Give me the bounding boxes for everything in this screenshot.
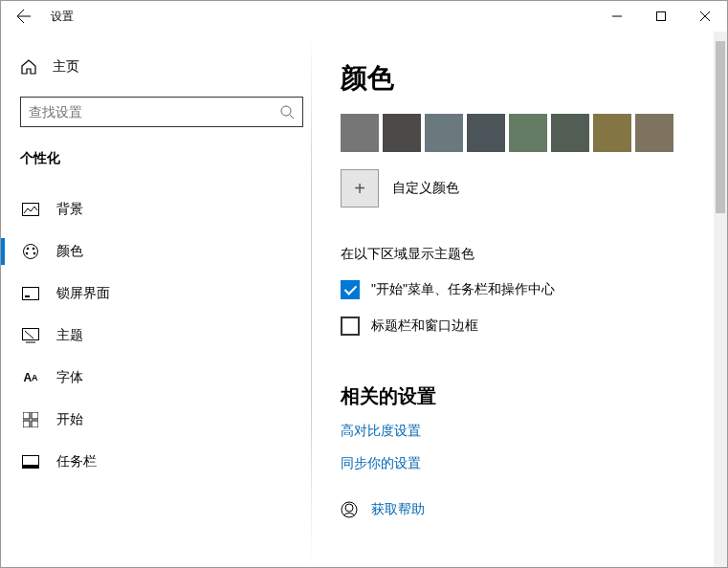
svg-point-6 <box>33 252 36 255</box>
svg-rect-14 <box>32 421 38 427</box>
color-swatches <box>341 114 698 152</box>
color-swatch-1[interactable] <box>383 114 421 152</box>
svg-point-4 <box>27 248 30 251</box>
nav-label: 主题 <box>56 327 83 344</box>
link-high-contrast[interactable]: 高对比度设置 <box>341 423 698 440</box>
search-icon <box>279 104 295 120</box>
custom-color-button[interactable]: + 自定义颜色 <box>341 169 698 208</box>
close-icon <box>700 11 710 21</box>
sidebar-item-fonts[interactable]: AA 字体 <box>20 357 312 399</box>
lockscreen-icon <box>22 287 39 300</box>
maximize-button[interactable] <box>639 1 683 32</box>
sidebar-item-background[interactable]: 背景 <box>20 188 312 230</box>
color-swatch-0[interactable] <box>341 114 379 152</box>
color-swatch-3[interactable] <box>467 114 505 152</box>
nav-label: 任务栏 <box>56 453 97 470</box>
color-swatch-5[interactable] <box>551 114 589 152</box>
sidebar-item-colors[interactable]: 颜色 <box>20 230 312 273</box>
maximize-icon <box>656 11 666 21</box>
sidebar-item-taskbar[interactable]: 任务栏 <box>20 441 312 483</box>
themes-icon <box>22 328 39 343</box>
search-input[interactable] <box>29 104 279 120</box>
titlebar: 设置 <box>1 1 727 32</box>
checkbox-label: 标题栏和窗口边框 <box>371 317 478 335</box>
font-icon: AA <box>22 369 39 386</box>
svg-point-3 <box>24 245 38 259</box>
minimize-icon <box>612 11 622 21</box>
nav-label: 字体 <box>56 369 83 386</box>
scrollbar-thumb[interactable] <box>716 41 725 213</box>
plus-icon: + <box>341 169 379 208</box>
help-icon <box>341 501 358 518</box>
svg-point-7 <box>26 252 29 255</box>
home-link[interactable]: 主页 <box>20 51 312 83</box>
link-sync-settings[interactable]: 同步你的设置 <box>341 455 698 472</box>
picture-icon <box>22 203 39 216</box>
related-settings-heading: 相关的设置 <box>341 383 698 409</box>
svg-point-5 <box>33 248 35 251</box>
window-controls <box>595 1 727 32</box>
palette-icon <box>22 243 39 260</box>
arrow-left-icon <box>16 9 32 24</box>
start-icon <box>23 412 38 427</box>
section-label: 个性化 <box>20 150 312 167</box>
svg-rect-8 <box>23 288 39 300</box>
checkbox-icon <box>341 280 360 299</box>
checkbox-titlebars[interactable]: 标题栏和窗口边框 <box>341 317 698 336</box>
accent-surfaces-heading: 在以下区域显示主题色 <box>341 246 698 263</box>
close-button[interactable] <box>683 1 727 32</box>
nav-label: 背景 <box>56 201 83 218</box>
checkbox-label: "开始"菜单、任务栏和操作中心 <box>371 281 555 298</box>
color-swatch-6[interactable] <box>593 114 631 152</box>
nav-label: 开始 <box>56 411 83 428</box>
svg-point-1 <box>281 106 291 116</box>
get-help-link[interactable]: 获取帮助 <box>341 501 698 518</box>
color-swatch-7[interactable] <box>635 114 673 152</box>
minimize-button[interactable] <box>595 1 639 32</box>
svg-rect-10 <box>23 329 39 340</box>
nav-items: 背景 颜色 锁屏界面 主题 AA 字体 开始 <box>20 188 312 483</box>
back-button[interactable] <box>9 1 39 32</box>
search-box[interactable] <box>20 97 303 127</box>
color-swatch-2[interactable] <box>425 114 463 152</box>
svg-rect-11 <box>23 412 30 419</box>
taskbar-icon <box>22 455 39 469</box>
help-label: 获取帮助 <box>371 501 425 518</box>
sidebar: 主页 个性化 背景 颜色 锁屏界面 主题 <box>1 32 312 567</box>
nav-label: 锁屏界面 <box>56 285 110 302</box>
window-title: 设置 <box>51 9 74 25</box>
home-icon <box>20 58 37 76</box>
nav-label: 颜色 <box>56 243 83 260</box>
checkbox-start-taskbar[interactable]: "开始"菜单、任务栏和操作中心 <box>341 280 698 299</box>
home-label: 主页 <box>53 58 79 76</box>
svg-rect-13 <box>23 421 30 427</box>
page-title: 颜色 <box>341 60 698 97</box>
sidebar-item-themes[interactable]: 主题 <box>20 315 312 357</box>
svg-rect-0 <box>657 12 666 21</box>
svg-rect-9 <box>25 295 30 297</box>
svg-point-18 <box>345 504 353 512</box>
svg-rect-16 <box>23 465 39 469</box>
checkbox-icon <box>341 317 360 336</box>
scrollbar[interactable] <box>714 32 727 567</box>
svg-rect-12 <box>32 412 38 419</box>
color-swatch-4[interactable] <box>509 114 547 152</box>
sidebar-item-lockscreen[interactable]: 锁屏界面 <box>20 273 312 315</box>
main-content: 颜色 + 自定义颜色 在以下区域显示主题色 "开始"菜单、任务栏和操作中心 标题… <box>312 32 727 567</box>
custom-color-label: 自定义颜色 <box>392 180 459 197</box>
sidebar-item-start[interactable]: 开始 <box>20 399 312 441</box>
